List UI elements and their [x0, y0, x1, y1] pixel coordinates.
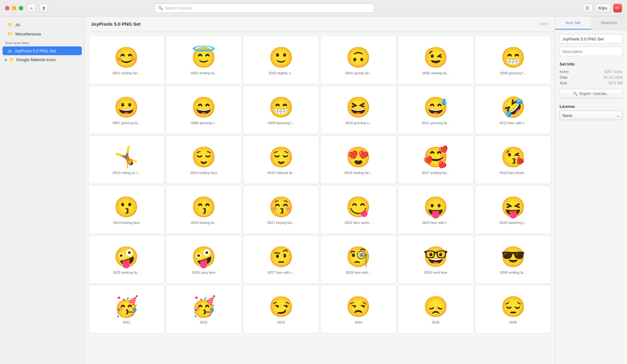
icon-cell[interactable]: 🙃0004 upside-do... — [320, 36, 397, 84]
icon-cell[interactable]: 🥳0031 — [88, 285, 165, 334]
icon-cell[interactable]: 🤪0025 winking fa... — [88, 235, 165, 284]
icon-label: 0036 — [509, 320, 517, 324]
export-button[interactable]: ⬆ — [40, 4, 48, 13]
tab-selection-label: Selection — [601, 20, 617, 25]
icon-set-icon: 🗂 — [8, 48, 12, 53]
icon-cell[interactable]: 😌0015 relieved fa... — [243, 135, 319, 184]
description-input[interactable] — [560, 47, 623, 56]
icon-cell[interactable]: 😘0018 face blowi... — [475, 135, 551, 184]
icon-cell[interactable]: 😛0023 face with t... — [398, 185, 474, 234]
emoji-display: 🙃 — [346, 47, 371, 67]
icon-cell[interactable]: 😉0005 winking fa... — [398, 36, 474, 84]
emoji-display: 🤨 — [269, 247, 294, 267]
icon-label: 0013 rolling on t... — [113, 171, 140, 175]
content-title: JoyPixels 5.0 PNG Set — [91, 21, 140, 27]
icon-cell[interactable]: 😀0007 grinning fa... — [88, 86, 165, 134]
icon-cell[interactable]: 🤓0029 nerd face — [398, 235, 474, 284]
emoji-display: 😘 — [501, 147, 526, 167]
icon-cell[interactable]: 😆0010 grinning s... — [320, 86, 397, 134]
icon-cell[interactable]: 😋0022 face savor... — [320, 185, 397, 234]
icon-cell[interactable]: 🤣0012 face with t... — [475, 86, 551, 134]
emoji-display: 😋 — [346, 197, 371, 217]
emoji-display: 🥳 — [191, 297, 216, 317]
export-iconjar-button[interactable]: 🔍 Export › IconJar... — [560, 89, 623, 98]
icon-cell[interactable]: 😚0021 kissing fac... — [243, 185, 319, 234]
icon-cell[interactable]: 🥰0017 smiling fac... — [398, 135, 474, 184]
icon-cell[interactable]: 😞0035 — [398, 285, 474, 334]
close-button[interactable] — [5, 6, 9, 10]
emoji-display: 😉 — [423, 47, 448, 67]
icon-cell[interactable]: 😇0002 smiling fa... — [166, 36, 242, 84]
search-icon: 🔍 — [158, 6, 163, 10]
maximize-button[interactable] — [19, 6, 23, 10]
size-selector[interactable]: 60px — [595, 4, 611, 13]
sidebar-item-google[interactable]: ▶ 📁 Google Material icons — [0, 55, 84, 64]
minimize-button[interactable] — [12, 6, 16, 10]
sidebar-item-all[interactable]: 📁 All — [3, 20, 82, 29]
icon-cell[interactable]: 😌0014 smiling face — [166, 135, 242, 184]
icon-cell[interactable]: 😔0036 — [475, 285, 551, 334]
license-select[interactable]: None — [560, 111, 623, 120]
tab-icon-set[interactable]: Icon Set — [555, 16, 591, 29]
set-info-date-row: Date 29 Jul 2019 — [560, 75, 623, 80]
icon-label: 0028 face with... — [346, 271, 371, 274]
size-label: 60px — [598, 6, 607, 10]
icon-label: 0004 upside-do... — [345, 71, 372, 75]
icon-cell[interactable]: 😄0008 grinning f... — [166, 86, 242, 134]
traffic-lights — [5, 6, 23, 10]
emoji-display: 😊 — [114, 47, 139, 67]
icon-cell[interactable]: 🥳0032 — [166, 285, 242, 334]
set-info-size-label: Size — [560, 81, 567, 85]
icon-cell[interactable]: 😎0030 smiling fa... — [475, 235, 551, 284]
add-button[interactable]: + — [27, 4, 36, 13]
icon-cell[interactable]: 😝0024 squinting f... — [475, 185, 551, 234]
folder-icon-misc: 📁 — [8, 31, 13, 36]
sidebar-misc-label: Miscellaneous — [15, 32, 41, 36]
search-bar[interactable]: 🔍 Search IconJar — [155, 3, 374, 13]
emoji-display: 😞 — [423, 297, 448, 317]
icon-label: 0027 face with r... — [268, 271, 295, 274]
emoji-display: 😗 — [114, 197, 139, 217]
icon-cell[interactable]: 😙0020 kissing fa... — [166, 185, 242, 234]
tab-icon-set-label: Icon Set — [566, 20, 581, 25]
icon-label: 0007 grinning fa... — [113, 121, 140, 125]
menu-icon: ☰ — [586, 6, 589, 10]
icon-cell[interactable]: 😅0011 grinning fa... — [398, 86, 474, 134]
emoji-display: 🤪 — [114, 247, 139, 267]
icon-label: 0010 grinning s... — [345, 121, 371, 125]
icon-label: 0008 grinning f... — [191, 121, 217, 125]
icon-cell[interactable]: 🙂0003 slightly s... — [243, 36, 319, 84]
icon-cell[interactable]: 🤸0013 rolling on t... — [88, 135, 165, 184]
icon-label: 0009 beaming f... — [268, 121, 294, 125]
icon-label: 0035 — [432, 320, 440, 324]
icon-cell[interactable]: 😒0034 — [320, 285, 397, 334]
icon-label: 0021 kissing fac... — [267, 221, 295, 224]
emoji-display: 😁 — [269, 97, 294, 117]
icon-grid: 😊0001 smiling fac...😇0002 smiling fa...🙂… — [85, 32, 555, 364]
main-area: 📁 All 📁 Miscellaneous Your Icon Sets 🗂 J… — [0, 16, 627, 364]
icon-cell[interactable]: 🤪0026 zany face — [166, 235, 242, 284]
icon-cell[interactable]: 😊0001 smiling fac... — [88, 36, 165, 84]
icon-cell[interactable]: 😁0009 beaming f... — [243, 86, 319, 134]
icon-cell[interactable]: 😗0019 kissing face — [88, 185, 165, 234]
icon-label: 0029 nerd face — [424, 271, 447, 274]
icon-cell[interactable]: 😏0033 — [243, 285, 319, 334]
tab-selection[interactable]: Selection — [591, 16, 627, 29]
icon-label: 0022 face savor... — [345, 221, 372, 224]
menu-button[interactable]: ☰ — [582, 4, 593, 13]
edit-button[interactable]: ✏ — [613, 4, 622, 13]
emoji-display: 😎 — [501, 247, 526, 267]
set-info-size-value: 94.6 MB — [609, 81, 623, 85]
icon-cell[interactable]: 🧐0028 face with... — [320, 235, 397, 284]
sidebar-item-misc[interactable]: 📁 Miscellaneous — [3, 29, 82, 38]
icon-cell[interactable]: 🤨0027 face with r... — [243, 235, 319, 284]
set-info-date-value: 29 Jul 2019 — [603, 75, 623, 80]
icon-cell[interactable]: 😍0016 smiling fac... — [320, 135, 397, 184]
set-name-input[interactable] — [560, 34, 623, 44]
icon-cell[interactable]: 😁0006 grinning f... — [475, 36, 551, 84]
sidebar-item-joypixels[interactable]: 🗂 JoyPixels 5.0 PNG Set — [3, 46, 82, 55]
icon-label: 0031 — [123, 320, 130, 324]
icon-label: 0017 smiling fac... — [422, 171, 450, 175]
icon-label: 0014 smiling face — [190, 171, 217, 175]
emoji-display: 🧐 — [346, 247, 371, 267]
